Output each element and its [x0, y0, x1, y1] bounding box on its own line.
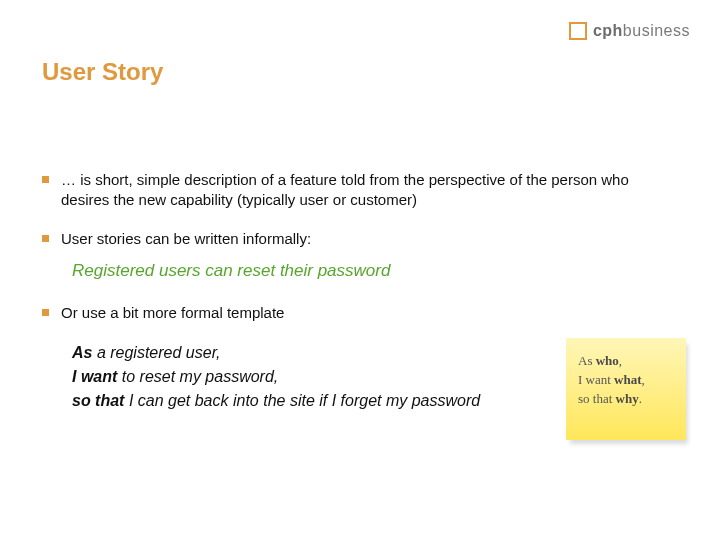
- slide: cphbusiness User Story … is short, simpl…: [0, 0, 720, 540]
- bullet-formal-text: Or use a bit more formal template: [61, 303, 284, 323]
- sticky-line-who: As who,: [578, 352, 676, 371]
- brand-cph: cph: [593, 22, 623, 39]
- page-title: User Story: [42, 58, 163, 86]
- bullet-definition-text: … is short, simple description of a feat…: [61, 170, 678, 211]
- sticky-line-what: I want what,: [578, 371, 676, 390]
- sticky-what: what: [614, 372, 641, 387]
- brand-text: cphbusiness: [593, 22, 690, 40]
- sticky-who: who: [596, 353, 619, 368]
- formal-line-want: I want to reset my password,: [72, 365, 502, 389]
- informal-example: Registered users can reset their passwor…: [72, 261, 678, 281]
- brand-rest: business: [623, 22, 690, 39]
- formal-rest-as: a registered user,: [92, 344, 220, 361]
- sticky-note-content: As who, I want what, so that why.: [566, 338, 686, 440]
- formal-line-as: As a registered user,: [72, 341, 502, 365]
- formal-line-sothat: so that I can get back into the site if …: [72, 389, 502, 413]
- formal-rest-sothat: I can get back into the site if I forget…: [124, 392, 480, 409]
- formal-template: As a registered user, I want to reset my…: [72, 341, 502, 413]
- bullet-square-icon: [42, 176, 49, 183]
- sticky-note: As who, I want what, so that why.: [566, 338, 690, 444]
- bullet-formal: Or use a bit more formal template: [42, 303, 542, 323]
- formal-rest-want: to reset my password,: [117, 368, 278, 385]
- bullet-square-icon: [42, 309, 49, 316]
- bullet-square-icon: [42, 235, 49, 242]
- formal-kw-sothat: so that: [72, 392, 124, 409]
- bullet-definition: … is short, simple description of a feat…: [42, 170, 678, 211]
- bullet-informal-text: User stories can be written informally:: [61, 229, 311, 249]
- formal-kw-want: I want: [72, 368, 117, 385]
- formal-kw-as: As: [72, 344, 92, 361]
- sticky-line-why: so that why.: [578, 390, 676, 409]
- logo-square-icon: [569, 22, 587, 40]
- brand-logo: cphbusiness: [569, 22, 690, 40]
- sticky-why: why: [616, 391, 639, 406]
- bullet-informal: User stories can be written informally:: [42, 229, 678, 249]
